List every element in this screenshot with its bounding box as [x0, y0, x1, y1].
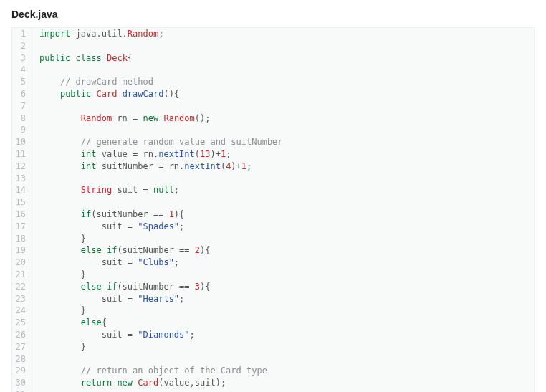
line-number: 26 [12, 329, 32, 341]
code-line: 3public class Deck{ [12, 52, 534, 64]
code-content [32, 173, 44, 185]
code-content: // drawCard method [32, 76, 153, 88]
code-content [32, 124, 44, 136]
code-line: 18 } [12, 233, 534, 245]
code-line: 10 // generate random value and suitNumb… [12, 136, 534, 148]
line-number: 4 [12, 64, 32, 76]
code-content: import java.util.Random; [32, 28, 163, 40]
code-content [32, 64, 44, 76]
line-number: 28 [12, 353, 32, 365]
code-line: 1import java.util.Random; [12, 28, 534, 40]
code-content [32, 100, 44, 113]
code-content: int value = rn.nextInt(13)+1; [32, 148, 231, 161]
line-number: 29 [12, 365, 32, 377]
line-number: 7 [12, 100, 32, 113]
code-content: suit = "Hearts"; [32, 293, 184, 305]
code-content: String suit = null; [32, 184, 179, 196]
code-line: 26 suit = "Diamonds"; [12, 329, 534, 341]
line-number: 31 [12, 389, 32, 392]
code-content [32, 389, 44, 392]
code-line: 8 Random rn = new Random(); [12, 113, 534, 125]
code-content: } [32, 341, 86, 353]
code-content [32, 40, 44, 52]
code-content: suit = "Spades"; [32, 221, 184, 233]
code-content: } [32, 269, 86, 281]
code-block: 1import java.util.Random;2 3public class… [11, 27, 535, 392]
line-number: 10 [12, 136, 32, 148]
code-content: int suitNumber = rn.nextInt(4)+1; [32, 161, 252, 173]
code-content: } [32, 305, 86, 317]
code-line: 6 public Card drawCard(){ [12, 88, 534, 100]
line-number: 13 [12, 173, 32, 185]
code-content: else if(suitNumber == 3){ [32, 281, 210, 293]
code-content: } [32, 233, 86, 245]
line-number: 23 [12, 293, 32, 305]
line-number: 6 [12, 88, 32, 100]
code-content: // return an object of the Card type [32, 365, 267, 377]
line-number: 19 [12, 244, 32, 257]
code-line: 27 } [12, 341, 534, 353]
line-number: 9 [12, 124, 32, 136]
code-line: 16 if(suitNumber == 1){ [12, 209, 534, 221]
line-number: 16 [12, 209, 32, 221]
line-number: 3 [12, 52, 32, 64]
code-line: 19 else if(suitNumber == 2){ [12, 244, 534, 257]
line-number: 15 [12, 196, 32, 209]
file-title: Deck.java [11, 9, 535, 20]
code-content: return new Card(value,suit); [32, 377, 226, 389]
line-number: 22 [12, 281, 32, 293]
line-number: 5 [12, 76, 32, 88]
code-content: public Card drawCard(){ [32, 88, 179, 100]
code-line: 9 [12, 124, 534, 136]
line-number: 20 [12, 257, 32, 269]
line-number: 12 [12, 161, 32, 173]
line-number: 21 [12, 269, 32, 281]
code-content: Random rn = new Random(); [32, 113, 210, 125]
code-line: 12 int suitNumber = rn.nextInt(4)+1; [12, 161, 534, 173]
line-number: 24 [12, 305, 32, 317]
code-line: 23 suit = "Hearts"; [12, 293, 534, 305]
code-line: 28 [12, 353, 534, 365]
code-line: 5 // drawCard method [12, 76, 534, 88]
code-line: 7 [12, 100, 534, 113]
code-content: suit = "Clubs"; [32, 257, 179, 269]
code-line: 17 suit = "Spades"; [12, 221, 534, 233]
line-number: 2 [12, 40, 32, 52]
code-line: 31 [12, 389, 534, 392]
code-content: else if(suitNumber == 2){ [32, 244, 210, 257]
code-content: if(suitNumber == 1){ [32, 209, 184, 221]
code-line: 20 suit = "Clubs"; [12, 257, 534, 269]
line-number: 18 [12, 233, 32, 245]
line-number: 11 [12, 148, 32, 161]
line-number: 25 [12, 317, 32, 329]
code-line: 24 } [12, 305, 534, 317]
code-line: 15 [12, 196, 534, 209]
code-content: else{ [32, 317, 107, 329]
line-number: 1 [12, 28, 32, 40]
line-number: 8 [12, 113, 32, 125]
code-content: public class Deck{ [32, 52, 133, 64]
code-line: 4 [12, 64, 534, 76]
code-content: // generate random value and suitNumber [32, 136, 283, 148]
code-line: 13 [12, 173, 534, 185]
line-number: 27 [12, 341, 32, 353]
code-line: 14 String suit = null; [12, 184, 534, 196]
code-line: 29 // return an object of the Card type [12, 365, 534, 377]
code-content [32, 353, 44, 365]
code-content: suit = "Diamonds"; [32, 329, 195, 341]
code-content [32, 196, 44, 209]
line-number: 30 [12, 377, 32, 389]
line-number: 14 [12, 184, 32, 196]
code-line: 11 int value = rn.nextInt(13)+1; [12, 148, 534, 161]
code-line: 25 else{ [12, 317, 534, 329]
code-line: 22 else if(suitNumber == 3){ [12, 281, 534, 293]
code-line: 2 [12, 40, 534, 52]
line-number: 17 [12, 221, 32, 233]
code-line: 21 } [12, 269, 534, 281]
code-line: 30 return new Card(value,suit); [12, 377, 534, 389]
